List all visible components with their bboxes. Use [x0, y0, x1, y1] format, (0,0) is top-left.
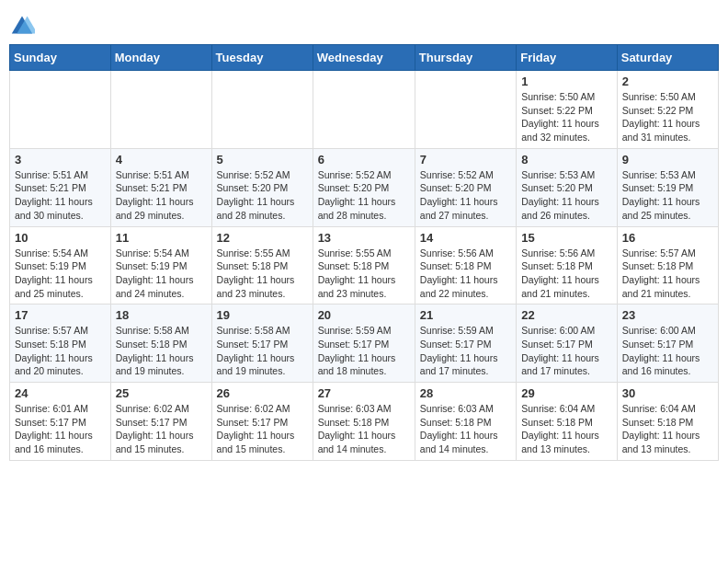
- calendar-header-row: SundayMondayTuesdayWednesdayThursdayFrid…: [10, 45, 719, 71]
- calendar-cell: 15Sunrise: 5:56 AM Sunset: 5:18 PM Dayli…: [517, 226, 618, 304]
- calendar-cell: 27Sunrise: 6:03 AM Sunset: 5:18 PM Dayli…: [313, 383, 415, 461]
- day-number: 2: [622, 75, 713, 88]
- calendar-cell: 29Sunrise: 6:04 AM Sunset: 5:18 PM Dayli…: [517, 383, 618, 461]
- calendar-week-2: 3Sunrise: 5:51 AM Sunset: 5:21 PM Daylig…: [10, 148, 719, 226]
- day-number: 22: [521, 308, 612, 322]
- calendar-cell: 25Sunrise: 6:02 AM Sunset: 5:17 PM Dayli…: [110, 383, 211, 461]
- day-info: Sunrise: 5:59 AM Sunset: 5:17 PM Dayligh…: [420, 324, 511, 378]
- calendar-cell: 2Sunrise: 5:50 AM Sunset: 5:22 PM Daylig…: [617, 71, 718, 149]
- day-info: Sunrise: 6:00 AM Sunset: 5:17 PM Dayligh…: [622, 324, 713, 378]
- day-number: 7: [420, 153, 511, 167]
- calendar-cell: 8Sunrise: 5:53 AM Sunset: 5:20 PM Daylig…: [517, 148, 618, 226]
- day-number: 9: [622, 153, 713, 167]
- day-info: Sunrise: 5:55 AM Sunset: 5:18 PM Dayligh…: [217, 247, 308, 301]
- calendar-cell: 28Sunrise: 6:03 AM Sunset: 5:18 PM Dayli…: [415, 383, 516, 461]
- calendar-cell: [110, 71, 211, 149]
- day-number: 10: [15, 231, 106, 245]
- weekday-header-sunday: Sunday: [10, 45, 111, 71]
- calendar-cell: 30Sunrise: 6:04 AM Sunset: 5:18 PM Dayli…: [617, 383, 718, 461]
- calendar-cell: 20Sunrise: 5:59 AM Sunset: 5:17 PM Dayli…: [313, 304, 415, 383]
- calendar-cell: 21Sunrise: 5:59 AM Sunset: 5:17 PM Dayli…: [415, 304, 516, 383]
- day-info: Sunrise: 5:54 AM Sunset: 5:19 PM Dayligh…: [15, 247, 106, 301]
- day-info: Sunrise: 6:02 AM Sunset: 5:17 PM Dayligh…: [116, 402, 207, 456]
- calendar-cell: 19Sunrise: 5:58 AM Sunset: 5:17 PM Dayli…: [211, 304, 313, 383]
- day-info: Sunrise: 5:52 AM Sunset: 5:20 PM Dayligh…: [420, 168, 511, 223]
- day-info: Sunrise: 6:04 AM Sunset: 5:18 PM Dayligh…: [521, 402, 612, 456]
- day-info: Sunrise: 5:53 AM Sunset: 5:19 PM Dayligh…: [622, 168, 713, 223]
- calendar-cell: 9Sunrise: 5:53 AM Sunset: 5:19 PM Daylig…: [617, 148, 718, 226]
- calendar-table: SundayMondayTuesdayWednesdayThursdayFrid…: [9, 44, 719, 461]
- weekday-header-friday: Friday: [517, 45, 618, 71]
- calendar-cell: 18Sunrise: 5:58 AM Sunset: 5:18 PM Dayli…: [110, 304, 211, 383]
- calendar-cell: 14Sunrise: 5:56 AM Sunset: 5:18 PM Dayli…: [415, 226, 516, 304]
- calendar-cell: 7Sunrise: 5:52 AM Sunset: 5:20 PM Daylig…: [415, 148, 516, 226]
- day-number: 8: [521, 153, 612, 167]
- day-info: Sunrise: 6:03 AM Sunset: 5:18 PM Dayligh…: [420, 402, 511, 456]
- day-number: 19: [217, 308, 308, 322]
- calendar-week-1: 1Sunrise: 5:50 AM Sunset: 5:22 PM Daylig…: [10, 71, 719, 149]
- page-header: [9, 9, 719, 39]
- day-number: 26: [217, 386, 308, 400]
- calendar-cell: 11Sunrise: 5:54 AM Sunset: 5:19 PM Dayli…: [110, 226, 211, 304]
- day-number: 15: [521, 231, 612, 245]
- day-info: Sunrise: 5:54 AM Sunset: 5:19 PM Dayligh…: [116, 247, 207, 301]
- calendar-cell: 6Sunrise: 5:52 AM Sunset: 5:20 PM Daylig…: [313, 148, 415, 226]
- calendar-cell: 1Sunrise: 5:50 AM Sunset: 5:22 PM Daylig…: [517, 71, 618, 149]
- weekday-header-monday: Monday: [110, 45, 211, 71]
- day-number: 18: [116, 308, 207, 322]
- calendar-cell: 3Sunrise: 5:51 AM Sunset: 5:21 PM Daylig…: [10, 148, 111, 226]
- calendar-cell: 12Sunrise: 5:55 AM Sunset: 5:18 PM Dayli…: [211, 226, 313, 304]
- day-number: 21: [420, 308, 511, 322]
- day-number: 11: [116, 231, 207, 245]
- day-info: Sunrise: 5:53 AM Sunset: 5:20 PM Dayligh…: [521, 168, 612, 223]
- day-info: Sunrise: 5:59 AM Sunset: 5:17 PM Dayligh…: [318, 324, 410, 378]
- day-info: Sunrise: 5:58 AM Sunset: 5:18 PM Dayligh…: [116, 324, 207, 378]
- day-number: 28: [420, 386, 511, 400]
- day-number: 1: [521, 75, 612, 88]
- day-info: Sunrise: 6:02 AM Sunset: 5:17 PM Dayligh…: [217, 402, 308, 456]
- day-info: Sunrise: 6:03 AM Sunset: 5:18 PM Dayligh…: [318, 402, 410, 456]
- day-info: Sunrise: 5:51 AM Sunset: 5:21 PM Dayligh…: [15, 168, 106, 223]
- calendar-cell: 16Sunrise: 5:57 AM Sunset: 5:18 PM Dayli…: [617, 226, 718, 304]
- day-number: 23: [622, 308, 713, 322]
- day-info: Sunrise: 5:58 AM Sunset: 5:17 PM Dayligh…: [217, 324, 308, 378]
- day-number: 16: [622, 231, 713, 245]
- day-info: Sunrise: 5:55 AM Sunset: 5:18 PM Dayligh…: [318, 247, 410, 301]
- day-number: 29: [521, 386, 612, 400]
- day-number: 24: [15, 386, 106, 400]
- day-info: Sunrise: 5:57 AM Sunset: 5:18 PM Dayligh…: [622, 247, 713, 301]
- day-number: 27: [318, 386, 410, 400]
- weekday-header-saturday: Saturday: [617, 45, 718, 71]
- calendar-cell: [211, 71, 313, 149]
- calendar-cell: 13Sunrise: 5:55 AM Sunset: 5:18 PM Dayli…: [313, 226, 415, 304]
- day-number: 3: [15, 153, 106, 167]
- day-info: Sunrise: 6:00 AM Sunset: 5:17 PM Dayligh…: [521, 324, 612, 378]
- day-info: Sunrise: 5:50 AM Sunset: 5:22 PM Dayligh…: [622, 90, 713, 144]
- day-info: Sunrise: 5:50 AM Sunset: 5:22 PM Dayligh…: [521, 90, 612, 144]
- day-info: Sunrise: 5:52 AM Sunset: 5:20 PM Dayligh…: [318, 168, 410, 223]
- logo: [9, 13, 39, 39]
- day-info: Sunrise: 5:51 AM Sunset: 5:21 PM Dayligh…: [116, 168, 207, 223]
- day-info: Sunrise: 5:56 AM Sunset: 5:18 PM Dayligh…: [521, 247, 612, 301]
- day-info: Sunrise: 6:04 AM Sunset: 5:18 PM Dayligh…: [622, 402, 713, 456]
- weekday-header-thursday: Thursday: [415, 45, 516, 71]
- calendar-cell: 24Sunrise: 6:01 AM Sunset: 5:17 PM Dayli…: [10, 383, 111, 461]
- calendar-cell: 5Sunrise: 5:52 AM Sunset: 5:20 PM Daylig…: [211, 148, 313, 226]
- calendar-cell: [313, 71, 415, 149]
- calendar-cell: 22Sunrise: 6:00 AM Sunset: 5:17 PM Dayli…: [517, 304, 618, 383]
- calendar-cell: 23Sunrise: 6:00 AM Sunset: 5:17 PM Dayli…: [617, 304, 718, 383]
- day-number: 13: [318, 231, 410, 245]
- day-number: 6: [318, 153, 410, 167]
- day-info: Sunrise: 6:01 AM Sunset: 5:17 PM Dayligh…: [15, 402, 106, 456]
- calendar-week-4: 17Sunrise: 5:57 AM Sunset: 5:18 PM Dayli…: [10, 304, 719, 383]
- logo-icon: [9, 13, 35, 39]
- calendar-cell: [10, 71, 111, 149]
- calendar-cell: 26Sunrise: 6:02 AM Sunset: 5:17 PM Dayli…: [211, 383, 313, 461]
- day-number: 5: [217, 153, 308, 167]
- day-number: 14: [420, 231, 511, 245]
- day-info: Sunrise: 5:52 AM Sunset: 5:20 PM Dayligh…: [217, 168, 308, 223]
- day-number: 20: [318, 308, 410, 322]
- day-number: 17: [15, 308, 106, 322]
- calendar-cell: 17Sunrise: 5:57 AM Sunset: 5:18 PM Dayli…: [10, 304, 111, 383]
- calendar-cell: 10Sunrise: 5:54 AM Sunset: 5:19 PM Dayli…: [10, 226, 111, 304]
